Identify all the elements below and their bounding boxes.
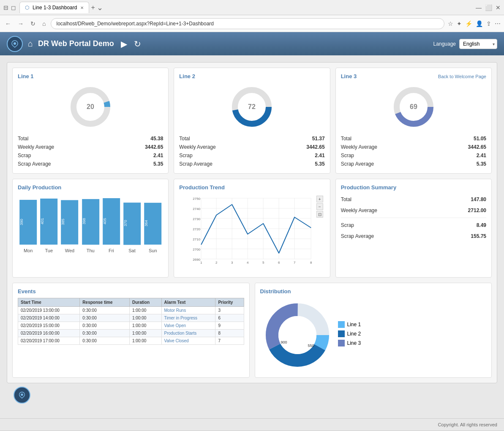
home-nav-button[interactable]: ⌂ — [28, 39, 33, 49]
line3-weekly-label: Weekly Average — [341, 144, 377, 150]
bar-label-tue: Tue — [40, 248, 57, 253]
new-tab-button[interactable]: + — [91, 4, 95, 11]
summary-weekly-value: 2712.00 — [468, 207, 486, 213]
table-cell: 0:30:00 — [80, 322, 130, 330]
table-cell: Production Starts — [161, 330, 215, 337]
copyright-text: Copyright. All rights reserved — [438, 422, 497, 427]
line-cards-row: Line 1 20 Total 45.38 Weekly Average 344… — [12, 68, 492, 174]
line3-scrap-avg-row: Scrap Average 5.35 — [341, 160, 486, 168]
line1-total-value: 45.38 — [150, 136, 163, 142]
line3-scrap-row: Scrap 2.41 — [341, 151, 486, 160]
legend-label: Line 2 — [347, 331, 361, 337]
summary-weekly-row: Weekly Average 2712.00 — [341, 205, 486, 216]
line1-scrap-value: 2.41 — [153, 153, 163, 158]
line2-scrap-avg-label: Scrap Average — [179, 161, 212, 167]
bar-mon: 390 — [19, 200, 37, 245]
table-cell: 02/20/2019 13:00:00 — [18, 307, 80, 314]
zoom-out-button[interactable]: − — [316, 203, 323, 210]
events-table-header: Start Time Response time Duration Alarm … — [18, 298, 244, 307]
play-button[interactable]: ▶ — [121, 39, 127, 49]
share-icon[interactable]: ⇪ — [486, 20, 491, 27]
browser-tab[interactable]: ⬡ Line 1-3 Dashboard ✕ — [19, 2, 89, 13]
production-summary-card: Production Summary Total 147.80 Weekly A… — [335, 179, 492, 278]
extensions-icon[interactable]: ⚡ — [465, 20, 472, 27]
line1-title: Line 1 — [18, 73, 163, 79]
col-duration: Duration — [129, 298, 161, 307]
bar-label-fri: Fri — [103, 248, 120, 253]
close-button[interactable]: ✕ — [496, 4, 501, 11]
zoom-reset-button[interactable]: ⊡ — [316, 211, 323, 218]
col-alarm: Alarm Text — [161, 298, 215, 307]
home-button[interactable]: ⌂ — [41, 19, 47, 29]
language-label: Language — [433, 41, 456, 47]
language-select[interactable]: English — [459, 39, 497, 49]
svg-text:2: 2 — [215, 261, 218, 265]
summary-scrap-avg-row: Scrap Average 155.75 — [341, 231, 486, 242]
bar-sun: 364 — [144, 203, 161, 245]
table-cell: 1:00:00 — [129, 337, 161, 345]
line1-scrap-avg-row: Scrap Average 5.35 — [18, 160, 163, 168]
line2-scrap-value: 2.41 — [315, 153, 324, 158]
zoom-controls[interactable]: + − ⊡ — [316, 196, 323, 218]
address-bar[interactable] — [51, 18, 444, 29]
line3-donut-chart: 69 — [390, 84, 437, 130]
app-title: DR Web Portal Demo — [38, 39, 114, 48]
col-start-time: Start Time — [18, 298, 80, 307]
browser-title-bar: ⊟ ◻ ⬡ Line 1-3 Dashboard ✕ + ⌄ — ⬜ ✕ — [0, 0, 504, 15]
table-cell: 0:30:00 — [80, 330, 130, 337]
app-logo — [7, 36, 23, 52]
more-icon[interactable]: ⋯ — [495, 20, 501, 27]
table-cell: 3 — [215, 307, 244, 314]
main-content: Line 1 20 Total 45.38 Weekly Average 344… — [0, 55, 504, 418]
bar-col-sat: 370 — [123, 202, 141, 245]
svg-point-44 — [278, 316, 316, 354]
svg-text:2720: 2720 — [193, 227, 201, 231]
minimize-button[interactable]: — — [476, 4, 482, 11]
bar-label-sat: Sat — [123, 248, 141, 253]
line2-total-value: 51.37 — [312, 136, 325, 142]
forward-button[interactable]: → — [16, 19, 25, 29]
legend-color-box — [338, 330, 345, 337]
bar-label-thu: Thu — [82, 248, 99, 253]
line1-donut-container: 20 — [18, 84, 163, 130]
profile-icon[interactable]: 👤 — [476, 20, 483, 27]
line2-total-label: Total — [179, 136, 190, 142]
line3-donut-container: 69 — [341, 84, 486, 130]
distribution-donut-chart: 900 550 — [264, 301, 331, 369]
refresh-button[interactable]: ↻ — [134, 39, 141, 49]
table-cell: 02/20/2019 17:00:00 — [18, 337, 80, 345]
zoom-in-button[interactable]: + — [316, 196, 323, 202]
daily-production-title: Daily Production — [18, 184, 163, 191]
table-cell: 1:00:00 — [129, 314, 161, 322]
bookmark-icon[interactable]: ☆ — [448, 20, 453, 27]
table-row: 02/20/2019 17:00:000:30:001:00:00Valve C… — [18, 337, 244, 345]
svg-point-47 — [21, 393, 23, 396]
maximize-button[interactable]: ⬜ — [485, 4, 492, 11]
back-button[interactable]: ← — [3, 19, 13, 29]
events-card: Events Start Time Response time Duration… — [12, 283, 250, 378]
back-to-welcome-link[interactable]: Back to Welcome Page — [438, 74, 486, 79]
tab-close-button[interactable]: ✕ — [80, 5, 84, 10]
summary-total-value: 147.80 — [471, 196, 486, 202]
bar-col-wed: 385 — [61, 200, 78, 245]
svg-text:3: 3 — [231, 261, 233, 265]
svg-text:900: 900 — [281, 340, 287, 344]
svg-text:6: 6 — [278, 261, 280, 265]
logo-icon — [10, 39, 19, 49]
events-header-row: Start Time Response time Duration Alarm … — [18, 298, 244, 307]
summary-scrap-avg-value: 155.75 — [471, 233, 486, 239]
trend-chart-container: 2750 2740 2730 2720 2710 2700 2690 1 2 3… — [179, 194, 324, 272]
distribution-legend: Line 1Line 2Line 3 — [338, 321, 361, 349]
table-cell: 0:30:00 — [80, 307, 130, 314]
footer-logo-icon — [18, 391, 26, 399]
svg-text:2710: 2710 — [193, 237, 201, 241]
reload-button[interactable]: ↻ — [29, 19, 37, 29]
star-icon[interactable]: ✦ — [457, 20, 462, 27]
svg-text:7: 7 — [294, 261, 296, 265]
tab-chevron[interactable]: ⌄ — [97, 3, 103, 12]
summary-total-label: Total — [341, 196, 351, 202]
language-dropdown-wrapper[interactable]: English ▾ — [459, 39, 497, 49]
line3-total-value: 51.05 — [474, 136, 486, 142]
production-summary-title: Production Summary — [341, 184, 486, 191]
table-cell: Valve Closed — [161, 337, 215, 345]
